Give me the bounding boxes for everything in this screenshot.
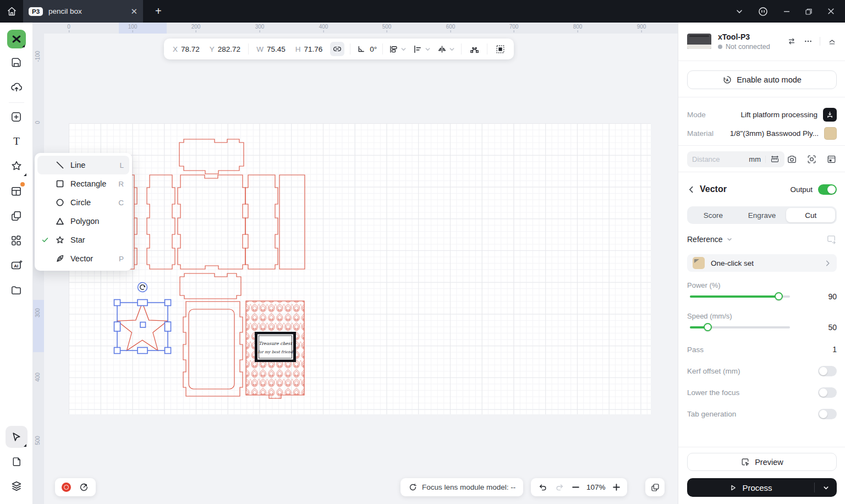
tab-engrave[interactable]: Engrave <box>738 208 787 222</box>
speed-slider[interactable] <box>690 326 790 328</box>
ai-tools-button[interactable]: AI <box>6 254 28 276</box>
flip-menu-button[interactable] <box>437 44 456 54</box>
enable-auto-mode-label: Enable auto mode <box>737 75 802 84</box>
close-icon[interactable] <box>827 7 835 15</box>
record-button[interactable] <box>62 483 71 492</box>
align-menu-button[interactable] <box>413 44 431 54</box>
material-swatch <box>824 127 837 140</box>
speed-value[interactable]: 50 <box>828 323 837 332</box>
width-field[interactable]: W75.45 <box>254 45 288 53</box>
preview-button[interactable]: Preview <box>687 453 837 471</box>
mode-row[interactable]: Mode Lift platform processing <box>687 107 837 122</box>
x-position-field[interactable]: X78.72 <box>171 45 202 53</box>
projects-button[interactable] <box>6 279 28 301</box>
zoom-in-button[interactable] <box>612 483 621 491</box>
select-tool-button[interactable] <box>6 426 28 448</box>
kerf-offset-toggle[interactable] <box>818 366 837 376</box>
page-settings-button[interactable] <box>6 451 28 473</box>
menu-item-circle[interactable]: Circle C <box>37 193 129 212</box>
add-shape-button[interactable] <box>6 106 28 128</box>
menu-item-rectangle[interactable]: Rectangle R <box>37 174 129 193</box>
machine-work-area[interactable] <box>69 123 651 414</box>
canvas-area[interactable]: 0 100 200 300 400 500 600 700 800 900 -1… <box>33 23 678 504</box>
duplicate-button[interactable] <box>645 478 665 496</box>
measure-icon[interactable] <box>770 155 780 164</box>
menu-item-star[interactable]: Star <box>37 231 129 249</box>
output-label: Output <box>790 185 813 194</box>
collapse-panel-icon[interactable] <box>827 37 837 46</box>
shape-tool-button[interactable] <box>6 155 28 177</box>
distance-input[interactable]: Distance mm <box>687 151 784 167</box>
speed-slider-row: 50 <box>687 323 837 332</box>
apps-button[interactable] <box>6 229 28 251</box>
output-toggle[interactable] <box>818 184 837 195</box>
cloud-upload-icon <box>10 80 23 94</box>
focus-lens-status[interactable]: Focus lens module model: -- <box>400 478 523 496</box>
lock-ratio-button[interactable] <box>330 42 344 56</box>
share-launch-icon[interactable] <box>79 482 89 492</box>
device-status: Not connected <box>718 43 770 51</box>
focus-scan-icon[interactable] <box>806 154 817 165</box>
reference-dropdown[interactable]: Reference <box>687 235 733 244</box>
menu-item-polygon[interactable]: Polygon <box>37 212 129 231</box>
more-options-icon[interactable] <box>804 37 813 46</box>
process-button[interactable]: Process <box>687 478 837 497</box>
ruler-tick: 0 <box>67 24 70 30</box>
pass-row[interactable]: Pass 1 <box>687 343 837 355</box>
marquee-select-button[interactable] <box>493 42 507 56</box>
pass-value[interactable]: 1 <box>832 345 837 354</box>
save-button[interactable] <box>6 51 28 73</box>
undo-icon[interactable] <box>537 482 548 492</box>
chevron-down-icon[interactable] <box>736 8 743 15</box>
restore-icon[interactable] <box>805 8 813 15</box>
switch-device-icon[interactable] <box>787 36 797 46</box>
export-settings-icon[interactable] <box>826 234 837 245</box>
text-tool-button[interactable]: T <box>6 130 28 152</box>
chevron-down-icon <box>400 46 407 53</box>
menu-item-vector[interactable]: Vector P <box>37 249 129 268</box>
power-slider[interactable] <box>690 295 790 298</box>
cloud-upload-button[interactable] <box>6 76 28 98</box>
one-click-set-label: One-click set <box>711 259 818 267</box>
zoom-level[interactable]: 107% <box>586 483 606 491</box>
one-click-set-button[interactable]: One-click set <box>687 254 837 272</box>
zoom-out-button[interactable] <box>572 483 580 491</box>
link-icon <box>332 44 342 54</box>
arrange-menu-button[interactable] <box>388 44 407 54</box>
edit-nodes-button[interactable] <box>467 42 481 56</box>
document-tab[interactable]: P3 pencil box ✕ <box>23 0 143 23</box>
home-button[interactable] <box>0 0 23 23</box>
shapes-library-button[interactable] <box>6 205 28 227</box>
camera-icon[interactable] <box>787 154 797 165</box>
device-row[interactable]: xTool-P3 Not connected <box>687 30 837 52</box>
ruler-tick: 800 <box>573 24 583 30</box>
rotation-field[interactable]: 0° <box>356 44 377 54</box>
left-toolbar: T AI <box>0 23 33 504</box>
material-preview-swatch <box>693 257 705 269</box>
redo-icon[interactable] <box>555 482 565 492</box>
frame-preview-icon[interactable] <box>826 154 837 165</box>
back-icon[interactable] <box>687 185 695 194</box>
tab-generation-toggle[interactable] <box>818 409 837 419</box>
tab-close-icon[interactable]: ✕ <box>130 7 138 17</box>
enable-auto-mode-button[interactable]: A Enable auto mode <box>687 70 837 89</box>
xtool-logo[interactable] <box>7 30 26 48</box>
kerf-offset-row: Kerf offset (mm) <box>687 365 837 377</box>
refresh-icon[interactable] <box>408 483 418 492</box>
height-field[interactable]: H71.76 <box>293 45 325 53</box>
material-row[interactable]: Material 1/8"(3mm) Basswood Ply... <box>687 126 837 140</box>
tab-score[interactable]: Score <box>689 208 738 222</box>
process-options-button[interactable] <box>815 484 837 491</box>
new-tab-button[interactable]: + <box>155 5 162 18</box>
power-value[interactable]: 90 <box>828 292 837 301</box>
rectangle-icon <box>56 179 64 188</box>
minimize-icon[interactable] <box>783 8 791 15</box>
layers-button[interactable] <box>6 475 28 497</box>
tab-cut[interactable]: Cut <box>786 208 835 222</box>
account-icon[interactable] <box>758 6 769 17</box>
ruler-tick: -100 <box>35 48 41 65</box>
lower-focus-toggle[interactable] <box>818 387 837 398</box>
menu-item-line[interactable]: Line L <box>37 156 129 174</box>
y-position-field[interactable]: Y282.72 <box>207 45 243 53</box>
templates-button[interactable] <box>6 180 28 202</box>
